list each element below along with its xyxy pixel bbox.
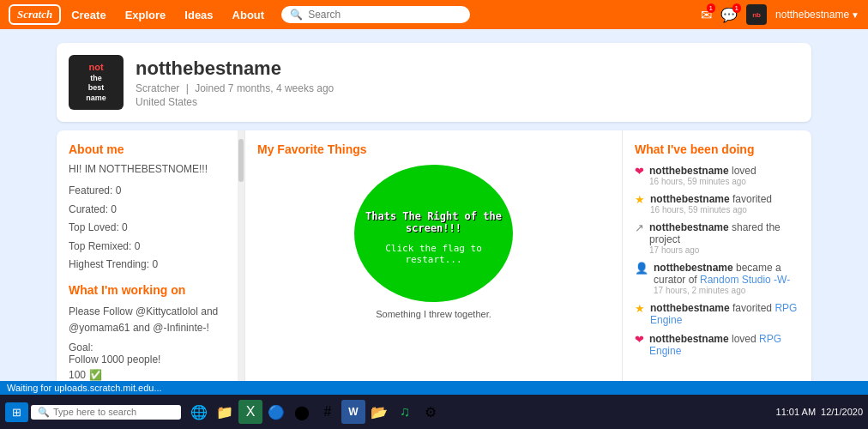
avatar: not the best name <box>69 55 124 110</box>
notifications-badge: 1 <box>732 3 741 13</box>
scratch-logo[interactable]: Scratch <box>9 4 61 25</box>
activity-item-5: ❤ notthebestname loved RPG Engine <box>635 333 799 357</box>
fav-heading: My Favorite Things <box>257 142 367 156</box>
activity-time-1: 16 hours, 59 minutes ago <box>650 205 772 214</box>
start-button[interactable]: ⊞ <box>5 402 28 422</box>
status-bar: Waiting for uploads.scratch.mit.edu... <box>0 381 868 395</box>
working-text: Please Follow @Kittycatlolol and @yomama… <box>69 304 232 336</box>
messages-badge: 1 <box>707 3 715 13</box>
dropdown-arrow: ▼ <box>851 10 859 20</box>
stat-curated: Curated: 0 <box>69 201 232 220</box>
activity-item-4: ★ notthebestname favorited RPG Engine <box>635 302 799 326</box>
status-text: Waiting for uploads.scratch.mit.edu... <box>7 383 162 393</box>
taskbar-search-input[interactable] <box>53 407 174 417</box>
share-icon-2: ↗ <box>635 221 644 234</box>
star-icon-1: ★ <box>635 193 645 206</box>
taskbar-icon-settings[interactable]: ⚙ <box>419 400 443 424</box>
user-avatar-nav[interactable]: nb <box>746 4 767 25</box>
profile-joined: Joined 7 months, 4 weeks ago <box>195 82 334 94</box>
nav-create[interactable]: Create <box>63 3 114 27</box>
profile-username: notthebestname <box>136 57 334 80</box>
taskbar-icon-folder[interactable]: 📂 <box>367 400 391 424</box>
nav-search-box: 🔍 <box>281 6 470 23</box>
fav-project-link[interactable]: Something I threw together. <box>376 309 491 319</box>
goal-100: 100 ✅ <box>69 369 232 381</box>
activity-item-2: ↗ notthebestname shared the project 17 h… <box>635 221 799 255</box>
scrollbar[interactable] <box>238 130 244 388</box>
taskbar-icon-browser[interactable]: 🔵 <box>264 400 288 424</box>
taskbar-right: 11:01 AM 12/1/2020 <box>776 407 863 417</box>
stat-trending: Highest Trending: 0 <box>69 256 232 275</box>
activity-text-4: notthebestname favorited RPG Engine <box>650 302 797 326</box>
taskbar-time: 11:01 AM <box>776 407 816 417</box>
nav-ideas[interactable]: Ideas <box>176 3 221 27</box>
scrollbar-thumb <box>238 139 244 182</box>
taskbar-icon-slack[interactable]: # <box>316 400 340 424</box>
activity-text-1: notthebestname favorited <box>650 193 772 205</box>
nav-explore[interactable]: Explore <box>117 3 175 27</box>
profile-role: Scratcher <box>136 82 179 94</box>
taskbar-icon-excel[interactable]: X <box>238 400 262 424</box>
heart-icon-0: ❤ <box>635 165 644 178</box>
taskbar-search-box: 🔍 <box>31 405 181 420</box>
about-section: About me HI! IM NOTTHEBESTNOME!!! Featur… <box>57 130 245 388</box>
activity-text-3: notthebestname became a curator of Rando… <box>654 262 790 286</box>
taskbar-icon-music[interactable]: ♫ <box>393 400 417 424</box>
profile-location: United States <box>136 96 334 108</box>
profile-header: not the best name notthebestname Scratch… <box>57 43 811 122</box>
activity-time-2: 17 hours ago <box>649 245 799 255</box>
profile-info: notthebestname Scratcher | Joined 7 mont… <box>136 57 334 108</box>
activity-text-5: notthebestname loved RPG Engine <box>649 333 781 357</box>
taskbar-icon-file[interactable]: 📁 <box>213 400 237 424</box>
stat-featured: Featured: 0 <box>69 182 232 201</box>
activity-heading: What I've been doing <box>635 142 799 156</box>
fav-project-text: Thats The Right of the screen!!! <box>354 202 513 243</box>
about-me-heading: About me <box>69 142 232 156</box>
taskbar-date: 12/1/2020 <box>821 407 863 417</box>
main-content: not the best name notthebestname Scratch… <box>48 43 820 429</box>
search-icon: 🔍 <box>290 9 303 21</box>
taskbar-search-icon: 🔍 <box>38 407 50 418</box>
taskbar: ⊞ 🔍 🌐 📁 X 🔵 ⬤ # W 📂 ♫ ⚙ 11:01 AM 12/1/20… <box>0 395 868 429</box>
taskbar-icon-chrome[interactable]: ⬤ <box>290 400 314 424</box>
fav-project-subtext: Click the flag to restart... <box>354 243 513 265</box>
curator-icon-3: 👤 <box>635 262 648 275</box>
taskbar-icon-word[interactable]: W <box>341 400 365 424</box>
goal-label: Goal: <box>69 341 232 353</box>
navbar: Scratch Create Explore Ideas About 🔍 ✉ 1… <box>0 0 868 29</box>
search-input[interactable] <box>308 9 461 21</box>
activity-section: What I've been doing ❤ notthebestname lo… <box>623 130 811 388</box>
activity-text-2: notthebestname shared the project <box>649 221 781 245</box>
heart-icon-5: ❤ <box>635 333 644 346</box>
stat-top-loved: Top Loved: 0 <box>69 219 232 238</box>
activity-item-1: ★ notthebestname favorited 16 hours, 59 … <box>635 193 799 214</box>
nav-right: ✉ 1 💬 1 nb notthebestname ▼ <box>701 4 859 25</box>
fav-things-section: My Favorite Things Thats The Right of th… <box>245 130 623 388</box>
notifications-icon[interactable]: 💬 1 <box>720 7 738 23</box>
taskbar-icons: 🌐 📁 X 🔵 ⬤ # W 📂 ♫ ⚙ <box>187 400 443 424</box>
goal-desc: Follow 1000 people! <box>69 353 232 366</box>
star-icon-4: ★ <box>635 302 645 315</box>
about-me-text: HI! IM NOTTHEBESTNOME!!! <box>69 163 232 175</box>
stat-top-remixed: Top Remixed: 0 <box>69 238 232 257</box>
username-nav[interactable]: notthebestname ▼ <box>775 9 859 21</box>
activity-text-0: notthebestname loved <box>649 165 756 177</box>
working-heading: What I'm working on <box>69 283 232 297</box>
nav-about[interactable]: About <box>224 3 274 27</box>
profile-body: About me HI! IM NOTTHEBESTNOME!!! Featur… <box>57 130 811 388</box>
check-icon: ✅ <box>89 369 102 381</box>
activity-time-3: 17 hours, 2 minutes ago <box>654 286 799 295</box>
activity-item-0: ❤ notthebestname loved 16 hours, 59 minu… <box>635 165 799 186</box>
profile-meta: Scratcher | Joined 7 months, 4 weeks ago <box>136 82 334 94</box>
activity-item-3: 👤 notthebestname became a curator of Ran… <box>635 262 799 295</box>
fav-project-thumb[interactable]: Thats The Right of the screen!!! Click t… <box>354 165 513 302</box>
messages-icon[interactable]: ✉ 1 <box>701 7 712 23</box>
taskbar-icon-edge[interactable]: 🌐 <box>187 400 211 424</box>
activity-time-0: 16 hours, 59 minutes ago <box>649 177 756 186</box>
